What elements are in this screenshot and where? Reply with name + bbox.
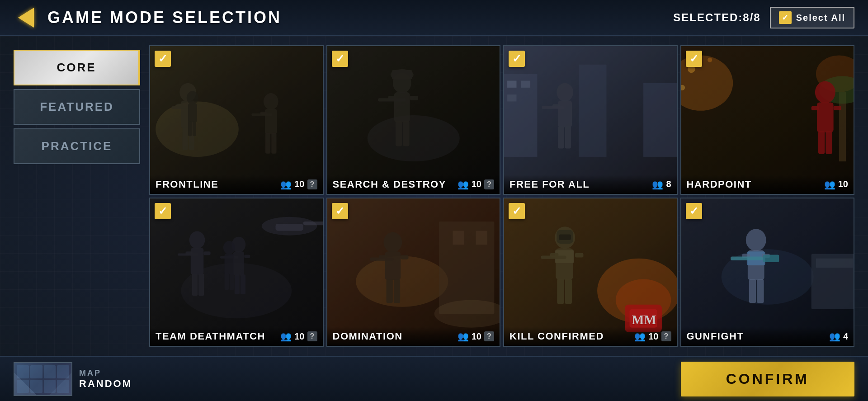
hardpoint-illustration (681, 46, 854, 194)
mode-checkbox-domination: ✓ (332, 203, 348, 219)
mode-name-ffa: FREE FOR ALL (509, 179, 590, 190)
people-icon-ffa: 👥 (652, 179, 663, 190)
mode-name-domination: DOMINATION (333, 330, 403, 342)
help-icon[interactable]: ? (307, 179, 317, 189)
mode-card-search[interactable]: ✓ SEARCH & DESTROY 👥 10 ? (326, 45, 501, 195)
mode-card-hardpoint[interactable]: ✓ HARDPOINT 👥 10 (680, 45, 855, 195)
mode-card-frontline[interactable]: ✓ FRONTLINE 👥 10 ? (149, 45, 324, 195)
mode-name-search: SEARCH & DESTROY (333, 179, 446, 190)
mode-image-gunfight (681, 198, 854, 346)
mode-info-kc: 👥 10 ? (634, 331, 671, 342)
help-icon-tdm[interactable]: ? (307, 331, 317, 341)
people-icon-s: 👥 (458, 179, 469, 190)
svg-rect-84 (150, 198, 323, 346)
mode-overlay-hardpoint: HARDPOINT 👥 10 (681, 175, 854, 194)
mode-card-domination[interactable]: ✓ DOMINATION 👥 10 ? (326, 198, 501, 347)
header: GAME MODE SELECTION SELECTED:8/8 ✓ Selec… (0, 0, 868, 36)
sidebar-item-featured[interactable]: FEATURED (14, 89, 140, 125)
confirm-button[interactable]: CONFIRM (681, 362, 854, 396)
svg-rect-45 (504, 46, 677, 194)
mode-name-gunfight: GUNFIGHT (687, 330, 744, 342)
mode-card-ffa[interactable]: ✓ FREE FOR ALL 👥 8 (503, 45, 678, 195)
header-right: SELECTED:8/8 ✓ Select All (673, 7, 854, 28)
main-content: CORE FEATURED PRACTICE (0, 36, 868, 356)
mode-name-frontline: FRONTLINE (156, 179, 218, 190)
svg-rect-98 (327, 198, 500, 346)
mode-checkbox-frontline: ✓ (155, 51, 171, 67)
help-icon-kc[interactable]: ? (661, 331, 671, 341)
people-icon-hp: 👥 (824, 179, 835, 190)
mode-info-domination: 👥 10 ? (458, 331, 494, 342)
kc-illustration: MM (504, 198, 677, 346)
help-icon-dom[interactable]: ? (484, 331, 494, 341)
mode-card-gunfight[interactable]: ✓ GUNFIGHT 👥 4 (680, 198, 855, 347)
back-arrow-icon (18, 8, 34, 28)
select-all-button[interactable]: ✓ Select All (770, 7, 854, 28)
mode-image-frontline (150, 46, 323, 194)
mode-image-kc: MM (504, 198, 677, 346)
select-all-checkbox: ✓ (779, 11, 792, 24)
map-thumbnail (14, 362, 72, 396)
map-value: RANDOM (79, 378, 132, 390)
page-title: GAME MODE SELECTION (47, 8, 282, 27)
mode-overlay-domination: DOMINATION 👥 10 ? (327, 327, 500, 346)
mode-overlay-tdm: TEAM DEATHMATCH 👥 10 ? (150, 327, 323, 346)
mode-checkbox-ffa: ✓ (509, 51, 525, 67)
sidebar: CORE FEATURED PRACTICE (14, 45, 140, 347)
svg-rect-31 (327, 46, 500, 194)
frontline-illustration (150, 46, 323, 194)
help-icon-s[interactable]: ? (484, 179, 494, 189)
mode-info-frontline: 👥 10 ? (280, 179, 317, 190)
mode-overlay-search: SEARCH & DESTROY 👥 10 ? (327, 175, 500, 194)
mode-info-hardpoint: 👥 10 (824, 179, 848, 190)
gunfight-illustration (681, 198, 854, 346)
mode-name-tdm: TEAM DEATHMATCH (156, 330, 265, 342)
mode-info-gunfight: 👥 4 (829, 331, 848, 342)
people-icon-kc: 👥 (634, 331, 646, 342)
mode-checkbox-hardpoint: ✓ (686, 51, 702, 67)
mode-info-search: 👥 10 ? (458, 179, 494, 190)
tdm-illustration (150, 198, 323, 346)
map-info: MAP RANDOM (79, 368, 132, 390)
back-button[interactable] (14, 5, 38, 30)
mode-image-tdm (150, 198, 323, 346)
selected-count: SELECTED:8/8 (673, 11, 760, 24)
people-icon-dom: 👥 (458, 331, 469, 342)
svg-rect-19 (150, 46, 323, 194)
people-icon-gf: 👥 (829, 331, 840, 342)
mode-overlay-ffa: FREE FOR ALL 👥 8 (504, 175, 677, 194)
svg-rect-60 (681, 46, 854, 194)
mode-checkbox-search: ✓ (332, 51, 348, 67)
mode-info-tdm: 👥 10 ? (280, 331, 317, 342)
modes-grid: ✓ FRONTLINE 👥 10 ? (149, 45, 854, 347)
mode-image-hardpoint (681, 46, 854, 194)
svg-rect-115 (504, 198, 677, 346)
people-icon: 👥 (280, 179, 292, 190)
mode-name-hardpoint: HARDPOINT (687, 179, 752, 190)
mode-card-tdm[interactable]: ✓ TEAM DEATHMATCH 👥 10 ? (149, 198, 324, 347)
map-label: MAP (79, 368, 132, 378)
mode-checkbox-gunfight: ✓ (686, 203, 702, 219)
dom-illustration (327, 198, 500, 346)
select-all-label: Select All (796, 13, 845, 23)
mode-checkbox-kc: ✓ (509, 203, 525, 219)
map-selector[interactable]: MAP RANDOM (14, 362, 132, 396)
mode-image-domination (327, 198, 500, 346)
bottom-bar: MAP RANDOM CONFIRM (0, 356, 868, 401)
mode-overlay-kc: KILL CONFIRMED 👥 10 ? (504, 327, 677, 346)
mode-name-kc: KILL CONFIRMED (509, 330, 604, 342)
mode-info-ffa: 👥 8 (652, 179, 671, 190)
mode-checkbox-tdm: ✓ (155, 203, 171, 219)
sidebar-item-practice[interactable]: PRACTICE (14, 128, 140, 164)
mode-image-ffa (504, 46, 677, 194)
mode-overlay-frontline: FRONTLINE 👥 10 ? (150, 175, 323, 194)
mode-card-kc[interactable]: MM (503, 198, 678, 347)
check-icon: ✓ (782, 13, 788, 23)
mode-image-search (327, 46, 500, 194)
svg-rect-129 (681, 198, 854, 346)
search-illustration (327, 46, 500, 194)
sidebar-item-core[interactable]: CORE (14, 50, 140, 85)
people-icon-tdm: 👥 (280, 331, 292, 342)
ffa-illustration (504, 46, 677, 194)
mode-overlay-gunfight: GUNFIGHT 👥 4 (681, 327, 854, 346)
